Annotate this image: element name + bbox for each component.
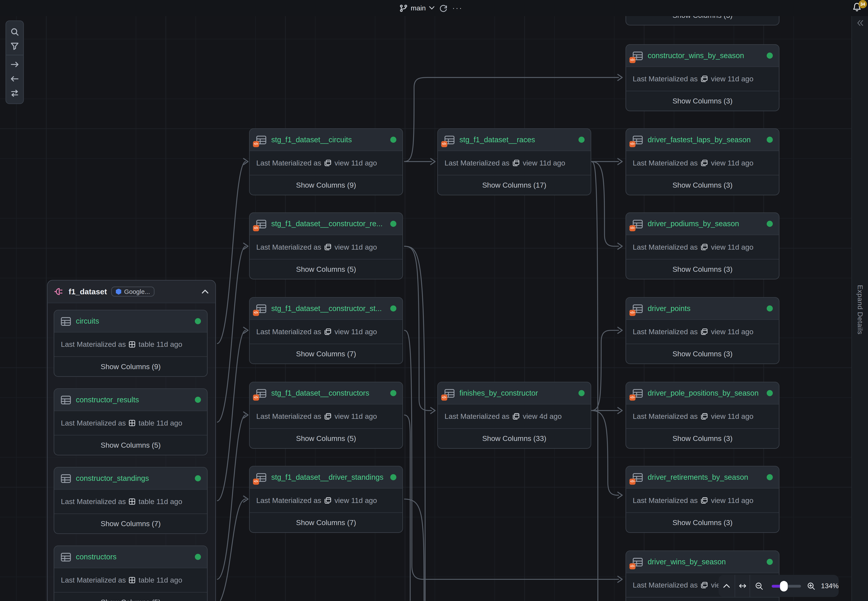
- show-columns-button[interactable]: Show Columns (3): [626, 512, 779, 532]
- node-stg_f1_dataset__races[interactable]: </> stg_f1_dataset__races Last Materiali…: [437, 128, 591, 195]
- node-driver_points[interactable]: </> driver_points Last Materialized as v…: [626, 297, 779, 364]
- node-header[interactable]: constructors: [54, 546, 207, 568]
- node-constructors[interactable]: constructors Last Materialized as table …: [53, 546, 208, 601]
- notifications-bell-icon[interactable]: 34: [852, 2, 864, 14]
- node-header[interactable]: </> driver_pole_positions_by_season: [626, 382, 779, 404]
- downstream-arrow-icon[interactable]: [6, 57, 23, 71]
- node-constructor_wins_by_season[interactable]: </> constructor_wins_by_season Last Mate…: [626, 44, 779, 111]
- show-columns-button[interactable]: Show Columns (7): [54, 513, 207, 533]
- node-driver_retirements_by_season[interactable]: </> driver_retirements_by_season Last Ma…: [626, 466, 779, 533]
- node-header[interactable]: </> driver_retirements_by_season: [626, 467, 779, 489]
- swap-direction-icon[interactable]: [6, 86, 23, 100]
- view-materialization-icon: [700, 75, 708, 82]
- node-title[interactable]: driver_retirements_by_season: [648, 473, 748, 481]
- node-title[interactable]: driver_points: [648, 304, 691, 313]
- refresh-icon[interactable]: [440, 1, 448, 15]
- collapse-controls-icon[interactable]: [718, 575, 735, 597]
- branch-selector[interactable]: main: [400, 4, 435, 12]
- status-dot: [767, 305, 773, 311]
- node-title[interactable]: stg_f1_dataset__constructor_st...: [271, 304, 382, 313]
- fit-view-icon[interactable]: [735, 575, 750, 597]
- node-stg_f1_dataset__circuits[interactable]: </> stg_f1_dataset__circuits Last Materi…: [249, 128, 403, 195]
- zoom-slider-thumb[interactable]: [780, 581, 788, 591]
- node-stg_f1_dataset__constructor_re...[interactable]: </> stg_f1_dataset__constructor_re... La…: [249, 212, 403, 279]
- collapse-left-icon[interactable]: [857, 20, 863, 26]
- toolbar-divider: [6, 55, 23, 55]
- node-driver_podiums_by_season[interactable]: </> driver_podiums_by_season Last Materi…: [626, 212, 779, 279]
- node-driver_fastest_laps_by_season[interactable]: </> driver_fastest_laps_by_season Last M…: [626, 128, 779, 195]
- show-columns-button[interactable]: Show Columns (9): [250, 175, 402, 195]
- more-menu-button[interactable]: ···: [452, 4, 463, 12]
- node-header[interactable]: circuits: [54, 310, 207, 333]
- search-icon[interactable]: [6, 24, 23, 39]
- node-title[interactable]: constructors: [76, 553, 116, 561]
- node-title[interactable]: stg_f1_dataset__races: [459, 136, 535, 144]
- show-columns-button[interactable]: Show Columns (3): [626, 259, 779, 279]
- node-header[interactable]: </> driver_wins_by_season: [626, 551, 779, 573]
- show-columns-button[interactable]: Show Columns (3): [626, 175, 779, 195]
- show-columns-button[interactable]: Show Columns (5): [250, 428, 402, 448]
- node-materialized-status: Last Materialized as table 11d ago: [54, 490, 207, 514]
- node-materialized-status: Last Materialized as view 11d ago: [250, 404, 402, 429]
- node-header[interactable]: </> stg_f1_dataset__circuits: [250, 129, 402, 151]
- node-title[interactable]: circuits: [76, 317, 99, 325]
- node-title[interactable]: constructor_standings: [76, 474, 149, 482]
- show-columns-button[interactable]: Show Columns (3): [626, 91, 779, 111]
- node-header[interactable]: constructor_standings: [54, 468, 207, 490]
- model-code-icon: </>: [630, 310, 636, 316]
- show-columns-button[interactable]: Show Columns (5): [250, 259, 402, 279]
- node-constructor_standings[interactable]: constructor_standings Last Materialized …: [53, 467, 208, 534]
- node-title[interactable]: stg_f1_dataset__driver_standings: [271, 473, 384, 481]
- node-title[interactable]: driver_podiums_by_season: [648, 220, 739, 228]
- node-header[interactable]: </> stg_f1_dataset__constructor_st...: [250, 297, 402, 320]
- branch-name: main: [411, 4, 426, 12]
- show-columns-button[interactable]: Show Columns (7): [250, 343, 402, 363]
- show-columns-button[interactable]: Show Columns (9): [54, 356, 207, 376]
- upstream-arrow-icon[interactable]: [6, 71, 23, 86]
- node-header[interactable]: </> driver_podiums_by_season: [626, 213, 779, 235]
- node-header[interactable]: constructor_results: [54, 389, 207, 411]
- node-header[interactable]: </> driver_fastest_laps_by_season: [626, 129, 779, 151]
- zoom-out-icon[interactable]: [752, 575, 766, 597]
- node-header[interactable]: </> stg_f1_dataset__races: [438, 129, 591, 151]
- show-columns-button[interactable]: Show Columns (5): [54, 435, 207, 455]
- node-header[interactable]: </> stg_f1_dataset__constructor_re...: [250, 213, 402, 235]
- node-header[interactable]: </> driver_points: [626, 297, 779, 320]
- filter-icon[interactable]: [6, 39, 23, 53]
- node-title[interactable]: finishes_by_constructor: [459, 389, 538, 397]
- show-columns-button[interactable]: Show Columns (3): [626, 428, 779, 448]
- zoom-slider[interactable]: [772, 584, 801, 587]
- node-title[interactable]: stg_f1_dataset__circuits: [271, 136, 352, 144]
- node-header[interactable]: </> constructor_wins_by_season: [626, 45, 779, 67]
- node-title[interactable]: stg_f1_dataset__constructors: [271, 389, 369, 397]
- node-header[interactable]: </> stg_f1_dataset__driver_standings: [250, 467, 402, 489]
- node-title[interactable]: stg_f1_dataset__constructor_re...: [271, 220, 382, 228]
- zoombar-divider: [750, 575, 750, 597]
- node-driver_pole_positions_by_season[interactable]: </> driver_pole_positions_by_season Last…: [626, 382, 779, 449]
- show-columns-button[interactable]: Show Columns (33): [438, 428, 591, 448]
- model-code-icon: </>: [630, 141, 636, 147]
- node-title[interactable]: driver_fastest_laps_by_season: [648, 136, 751, 144]
- node-materialized-status: Last Materialized as view 11d ago: [626, 489, 779, 513]
- show-columns-button[interactable]: [626, 597, 779, 601]
- node-circuits[interactable]: circuits Last Materialized as table 11d …: [53, 310, 208, 377]
- node-header[interactable]: </> stg_f1_dataset__constructors: [250, 382, 402, 404]
- node-title[interactable]: driver_pole_positions_by_season: [648, 389, 759, 397]
- node-materialized-status: Last Materialized as view 11d ago: [250, 151, 402, 175]
- show-columns-button[interactable]: Show Columns (5): [54, 592, 207, 601]
- status-dot: [767, 52, 773, 59]
- node-title[interactable]: constructor_results: [76, 396, 139, 404]
- node-stg_f1_dataset__driver_standings[interactable]: </> stg_f1_dataset__driver_standings Las…: [249, 466, 403, 533]
- zoom-in-icon[interactable]: [806, 575, 816, 597]
- node-finishes_by_constructor[interactable]: </> finishes_by_constructor Last Materia…: [437, 382, 591, 449]
- show-columns-button[interactable]: Show Columns (7): [250, 512, 402, 532]
- node-constructor_results[interactable]: constructor_results Last Materialized as…: [53, 389, 208, 456]
- show-columns-button[interactable]: Show Columns (17): [438, 175, 591, 195]
- show-columns-button[interactable]: Show Columns (3): [626, 343, 779, 363]
- node-stg_f1_dataset__constructor_st...[interactable]: </> stg_f1_dataset__constructor_st... La…: [249, 297, 403, 364]
- node-title[interactable]: driver_wins_by_season: [648, 558, 726, 566]
- node-stg_f1_dataset__constructors[interactable]: </> stg_f1_dataset__constructors Last Ma…: [249, 382, 403, 449]
- node-title[interactable]: constructor_wins_by_season: [648, 52, 744, 59]
- expand-details-panel[interactable]: Expand Details: [851, 16, 868, 601]
- node-header[interactable]: </> finishes_by_constructor: [438, 382, 591, 404]
